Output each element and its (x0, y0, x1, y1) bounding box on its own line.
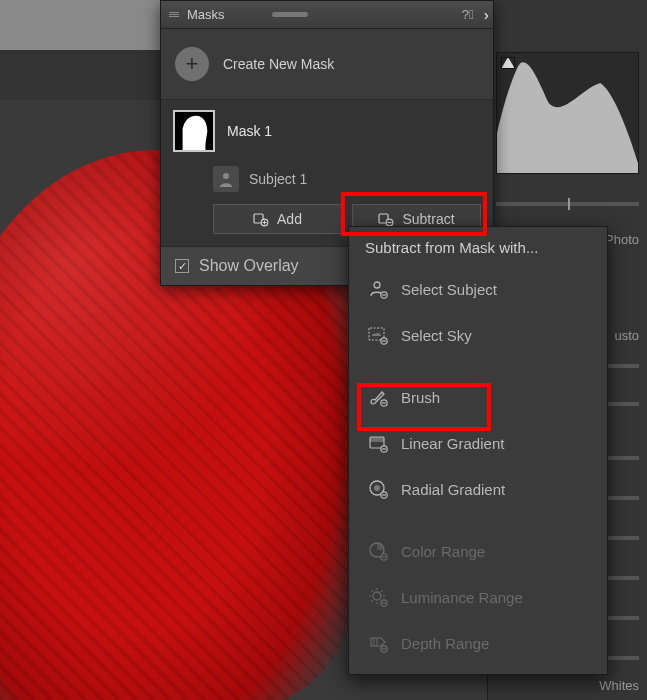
histogram-curve (497, 53, 638, 173)
menu-item-linear-gradient[interactable]: Linear Gradient (349, 420, 607, 466)
menu-item-label: Color Range (401, 543, 485, 560)
svg-point-14 (374, 485, 380, 491)
linear-gradient-icon (367, 432, 389, 454)
custom-label: usto (614, 328, 639, 343)
mask-component-subject[interactable]: Subject 1 (213, 166, 481, 192)
add-button[interactable]: Add (213, 204, 342, 234)
create-new-mask-row[interactable]: + Create New Mask (161, 29, 493, 100)
subtract-button-label: Subtract (402, 211, 454, 227)
create-new-mask-label: Create New Mask (223, 56, 334, 72)
svg-point-0 (223, 173, 229, 179)
show-overlay-label: Show Overlay (199, 257, 299, 275)
drag-handle-icon[interactable] (272, 12, 308, 17)
mask-item[interactable]: Mask 1 Subject 1 Add (161, 100, 493, 246)
masks-panel-header[interactable]: Masks ?⃝ ›› (161, 1, 493, 29)
add-button-label: Add (277, 211, 302, 227)
subject-icon (367, 278, 389, 300)
menu-item-depth-range: Depth Range (349, 620, 607, 666)
mask-thumbnail[interactable] (173, 110, 215, 152)
checkbox-icon[interactable]: ✓ (175, 259, 189, 273)
svg-point-5 (374, 282, 380, 288)
menu-item-label: Linear Gradient (401, 435, 504, 452)
menu-item-color-range: Color Range (349, 528, 607, 574)
subtract-menu-header: Subtract from Mask with... (349, 227, 607, 266)
menu-item-label: Select Sky (401, 327, 472, 344)
menu-item-radial-gradient[interactable]: Radial Gradient (349, 466, 607, 512)
svg-rect-11 (370, 437, 384, 442)
subject-label: Subject 1 (249, 171, 307, 187)
menu-item-brush[interactable]: Brush (349, 374, 607, 420)
menu-item-label: Luminance Range (401, 589, 523, 606)
menu-item-label: Depth Range (401, 635, 489, 652)
menu-item-select-subject[interactable]: Select Subject (349, 266, 607, 312)
grip-icon (169, 12, 179, 17)
help-icon[interactable]: ?⃝ (462, 7, 474, 22)
add-icon (253, 211, 269, 227)
menu-item-label: Brush (401, 389, 440, 406)
whites-label: Whites (599, 678, 639, 693)
menu-item-luminance-range: Luminance Range (349, 574, 607, 620)
menu-item-label: Select Subject (401, 281, 497, 298)
radial-gradient-icon (367, 478, 389, 500)
masks-panel-title: Masks (187, 7, 225, 22)
brush-icon (367, 386, 389, 408)
plus-icon[interactable]: + (175, 47, 209, 81)
menu-item-label: Radial Gradient (401, 481, 505, 498)
depth-range-icon (367, 632, 389, 654)
histogram[interactable] (496, 52, 639, 174)
subtract-icon (378, 211, 394, 227)
menu-item-select-sky[interactable]: Select Sky (349, 312, 607, 358)
sky-icon (367, 324, 389, 346)
subject-icon (213, 166, 239, 192)
luminance-range-icon (367, 586, 389, 608)
collapse-icon[interactable]: ›› (484, 7, 485, 23)
mask-name-label: Mask 1 (227, 123, 272, 139)
slider-row[interactable] (496, 196, 639, 212)
svg-point-18 (373, 592, 381, 600)
color-range-icon (367, 540, 389, 562)
subtract-menu: Subtract from Mask with... Select Subjec… (348, 226, 608, 675)
